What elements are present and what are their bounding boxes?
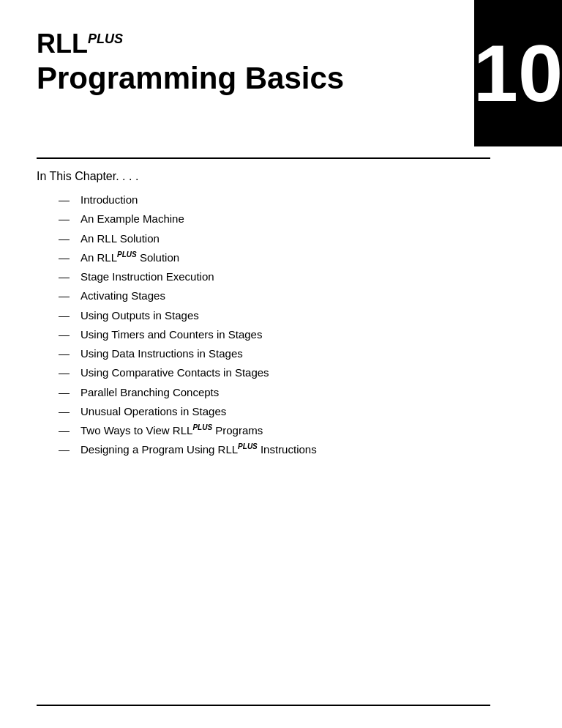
chapter-contents: In This Chapter. . . . — Introduction — … <box>37 170 512 460</box>
top-divider <box>37 157 490 159</box>
title-area: RLLPLUS Programming Basics <box>37 29 461 95</box>
list-item: — Using Timers and Counters in Stages <box>37 325 512 344</box>
list-item: — Using Comparative Contacts in Stages <box>37 363 512 382</box>
page: 10 RLLPLUS Programming Basics In This Ch… <box>0 0 562 728</box>
dash-icon: — <box>59 344 70 363</box>
toc-item-label: Introduction <box>80 193 138 206</box>
rll-plus-sup: PLUS <box>117 250 137 259</box>
chapter-title-rll: RLLPLUS <box>37 29 461 59</box>
list-item: — Stage Instruction Execution <box>37 267 512 286</box>
toc-item-label: Designing a Program Using RLLPLUS Instru… <box>80 443 317 456</box>
in-this-chapter-label: In This Chapter. . . . <box>37 170 512 183</box>
dash-icon: — <box>59 248 70 267</box>
list-item: — Two Ways to View RLLPLUS Programs <box>37 421 512 440</box>
rll-text: RLL <box>37 29 88 59</box>
toc-item-label: Two Ways to View RLLPLUS Programs <box>80 424 263 437</box>
rll-plus-sup: PLUS <box>192 423 212 431</box>
toc-item-label: Stage Instruction Execution <box>80 270 214 283</box>
toc-item-label: Using Data Instructions in Stages <box>80 347 243 360</box>
toc-list: — Introduction — An Example Machine — An… <box>37 190 512 460</box>
dash-icon: — <box>59 421 70 440</box>
list-item: — Unusual Operations in Stages <box>37 402 512 421</box>
toc-item-label: Using Comparative Contacts in Stages <box>80 366 269 379</box>
toc-item-label: Using Timers and Counters in Stages <box>80 328 262 341</box>
list-item: — Activating Stages <box>37 286 512 305</box>
list-item: — An RLL Solution <box>37 229 512 248</box>
list-item: — Parallel Branching Concepts <box>37 383 512 402</box>
dash-icon: — <box>59 402 70 421</box>
toc-item-label: Unusual Operations in Stages <box>80 405 226 417</box>
list-item: — Designing a Program Using RLLPLUS Inst… <box>37 440 512 459</box>
rll-plus-sup: PLUS <box>238 442 258 450</box>
dash-icon: — <box>59 190 70 209</box>
toc-item-label: Parallel Branching Concepts <box>80 386 219 398</box>
chapter-number: 10 <box>473 33 562 114</box>
rll-plus-superscript: PLUS <box>88 31 123 46</box>
chapter-number-box: 10 <box>474 0 562 146</box>
list-item: — An Example Machine <box>37 209 512 229</box>
dash-icon: — <box>59 440 70 459</box>
toc-item-label: Activating Stages <box>80 289 165 302</box>
bottom-divider <box>37 705 490 706</box>
dash-icon: — <box>59 306 70 325</box>
chapter-title-programming: Programming Basics <box>37 62 461 95</box>
toc-item-label: An RLL Solution <box>80 232 160 245</box>
dash-icon: — <box>59 363 70 382</box>
list-item: — Using Outputs in Stages <box>37 306 512 325</box>
dash-icon: — <box>59 286 70 305</box>
list-item: — An RLLPLUS Solution <box>37 248 512 267</box>
toc-item-label: Using Outputs in Stages <box>80 309 199 322</box>
toc-item-label: An Example Machine <box>80 212 184 225</box>
list-item: — Introduction <box>37 190 512 209</box>
dash-icon: — <box>59 325 70 344</box>
dash-icon: — <box>59 383 70 402</box>
dash-icon: — <box>59 209 70 229</box>
toc-item-label: An RLLPLUS Solution <box>80 251 179 264</box>
dash-icon: — <box>59 229 70 248</box>
dash-icon: — <box>59 267 70 286</box>
list-item: — Using Data Instructions in Stages <box>37 344 512 363</box>
